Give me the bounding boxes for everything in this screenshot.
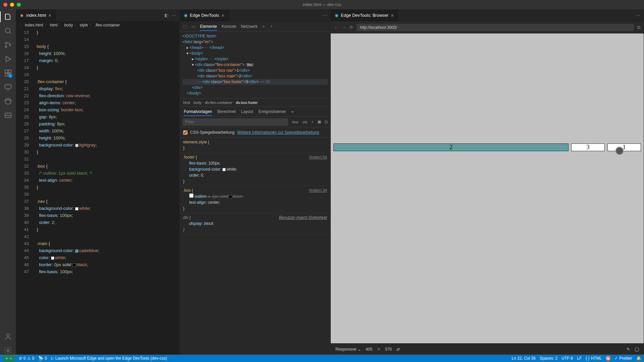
- console-tab[interactable]: Konsole: [222, 22, 236, 31]
- preview-box-2: 2: [333, 143, 569, 151]
- mirror-checkbox[interactable]: [183, 130, 187, 135]
- preview-box-1: 1: [607, 143, 641, 151]
- device-toolbar: Responsive ⌄ 405 ✕ 570 ⇄ ✎ ◯: [331, 343, 644, 355]
- tab-label: Edge DevTools: Browser: [341, 13, 388, 18]
- gallery-icon[interactable]: [4, 111, 12, 119]
- emulation-icon[interactable]: ◯: [635, 347, 639, 352]
- computed-tab[interactable]: Berechnet: [217, 107, 236, 116]
- svg-rect-4: [5, 70, 8, 73]
- svg-point-9: [5, 98, 11, 104]
- prettier-status[interactable]: ✓ Prettier: [614, 356, 632, 361]
- html-file-icon: ◆: [19, 13, 24, 18]
- cursor-position[interactable]: Ln 22, Col 36: [512, 356, 536, 361]
- svg-point-2: [5, 46, 7, 48]
- rotate-icon[interactable]: ⇄: [396, 347, 400, 352]
- editor-group-browser: ◉ Edge DevTools: Browser ✕ ⋯ ← → ⟳ http:…: [331, 9, 644, 355]
- breadcrumb[interactable]: 〉index.html 〉html 〉body 〉style 〉.flex-co…: [16, 21, 179, 29]
- layout-tab[interactable]: Layout: [241, 107, 253, 116]
- browser-toolbar: ← → ⟳ http://localhost:3000/ ⧉: [331, 21, 644, 34]
- close-window[interactable]: [3, 3, 7, 7]
- svg-point-1: [5, 42, 7, 44]
- viewport-width[interactable]: 405: [366, 347, 372, 352]
- more-tabs-icon[interactable]: »: [291, 107, 294, 116]
- filter-input[interactable]: [182, 118, 288, 126]
- external-icon[interactable]: ⧉: [637, 25, 640, 30]
- notifications-icon[interactable]: 🔔: [636, 356, 641, 361]
- styles-pane[interactable]: element.style { } .footer {(Index):54 fl…: [180, 138, 330, 355]
- more-actions-icon[interactable]: ⋯: [172, 13, 176, 18]
- computed-toggle-icon[interactable]: ▦: [318, 120, 321, 124]
- forward-icon[interactable]: →: [342, 25, 346, 30]
- reload-icon[interactable]: ⟳: [350, 25, 353, 30]
- settings-gear-icon[interactable]: [4, 347, 12, 355]
- browser-preview[interactable]: 1 3 2: [331, 34, 644, 343]
- back-icon[interactable]: ←: [334, 25, 338, 30]
- indentation[interactable]: Spaces: 2: [540, 356, 557, 361]
- viewport-height[interactable]: 570: [385, 347, 392, 352]
- eol[interactable]: LF: [577, 356, 582, 361]
- styles-tab[interactable]: Formatvorlagen: [184, 107, 212, 116]
- close-icon[interactable]: ✕: [390, 13, 395, 18]
- launch-task[interactable]: ▷ Launch Microsoft Edge and open the Edg…: [51, 356, 167, 361]
- activity-bar: 1: [0, 9, 16, 355]
- more-actions-icon[interactable]: ⋯: [636, 13, 640, 18]
- statusbar: ＞＜ ⊘ 0 ⚠ 0 📡 0 ▷ Launch Microsoft Edge a…: [0, 355, 644, 362]
- rule-toggle[interactable]: [189, 193, 194, 198]
- tab-index-html[interactable]: ◆ index.html ✕: [16, 9, 56, 21]
- screencast-indicator[interactable]: ●: [606, 356, 610, 361]
- tab-edge-browser[interactable]: ◉ Edge DevTools: Browser ✕: [331, 9, 399, 21]
- tab-actions: ◧ ⋯: [164, 13, 179, 18]
- inspect-element-icon[interactable]: ⬚: [183, 24, 187, 29]
- tab-edge-devtools[interactable]: ◉ Edge DevTools ✕: [180, 9, 229, 21]
- more-tabs-icon[interactable]: »: [262, 24, 265, 29]
- network-tab[interactable]: Netzwerk: [241, 22, 258, 31]
- svg-rect-8: [5, 84, 11, 88]
- devtools-toolbar: ⬚ ▭ Elemente Konsole Netzwerk » ＋: [180, 21, 330, 32]
- url-bar[interactable]: http://localhost:3000/: [357, 24, 634, 31]
- svg-point-12: [7, 350, 9, 352]
- devtools-tabs: ◉ Edge DevTools ✕ ⋯: [180, 9, 330, 21]
- extensions-icon[interactable]: 1: [4, 69, 12, 77]
- styles-toolbar: :hov .cls ＋ ▦ ◫: [180, 117, 330, 127]
- window-title: index.html — dev-css: [303, 2, 341, 7]
- browser-tabs: ◉ Edge DevTools: Browser ✕ ⋯: [331, 9, 644, 21]
- minimize-window[interactable]: [10, 3, 14, 7]
- listeners-tab[interactable]: Ereignislistener: [259, 107, 286, 116]
- more-actions-icon[interactable]: ⋯: [323, 13, 327, 18]
- preview-box-3: 3: [571, 143, 605, 151]
- close-icon[interactable]: ✕: [221, 13, 226, 18]
- explorer-icon[interactable]: [4, 13, 12, 21]
- remote-indicator[interactable]: ＞＜: [3, 355, 15, 362]
- device-toolbar-icon[interactable]: ▭: [192, 24, 195, 29]
- run-debug-icon[interactable]: [4, 55, 12, 63]
- extensions-badge: 1: [8, 74, 13, 78]
- problems-indicator[interactable]: ⊘ 0 ⚠ 0: [19, 356, 34, 361]
- split-editor-icon[interactable]: ◧: [164, 13, 168, 18]
- maximize-window[interactable]: [17, 3, 21, 7]
- remote-explorer-icon[interactable]: [4, 83, 12, 91]
- edge-icon: ◉: [334, 13, 339, 18]
- cls-toggle[interactable]: .cls: [302, 120, 308, 124]
- screenshot-icon[interactable]: ✎: [627, 347, 630, 352]
- new-rule-icon[interactable]: ＋: [311, 119, 314, 124]
- dom-breadcrumb[interactable]: html body div.flex-container div.box.foo…: [180, 99, 330, 107]
- code-editor[interactable]: 1314151617181920212223242526272829303132…: [16, 29, 179, 355]
- add-tab-icon[interactable]: ＋: [269, 23, 273, 29]
- edge-icon: ◉: [183, 13, 188, 18]
- source-control-icon[interactable]: [4, 41, 12, 49]
- close-icon[interactable]: ✕: [48, 13, 53, 18]
- elements-tab[interactable]: Elemente: [200, 22, 217, 31]
- mirror-link[interactable]: Weitere Informationen zur Spiegelbearbei…: [237, 130, 319, 135]
- search-icon[interactable]: [4, 27, 12, 35]
- panel-layout-icon[interactable]: ◫: [324, 120, 328, 124]
- encoding[interactable]: UTF-8: [561, 356, 573, 361]
- edge-tools-icon[interactable]: [4, 97, 12, 105]
- accounts-icon[interactable]: [4, 333, 12, 341]
- dom-tree[interactable]: <!DOCTYPE html> <html lang="en"> ▸ <head…: [180, 32, 330, 99]
- hov-toggle[interactable]: :hov: [291, 120, 299, 124]
- code-content[interactable]: } body { height: 100%; margin: 0; } .fle…: [34, 29, 179, 355]
- device-mode-select[interactable]: Responsive ⌄: [335, 347, 361, 352]
- ports-indicator[interactable]: 📡 0: [38, 356, 47, 361]
- language-mode[interactable]: { } HTML: [586, 356, 602, 361]
- flex-container-preview: 1 3 2: [331, 141, 644, 154]
